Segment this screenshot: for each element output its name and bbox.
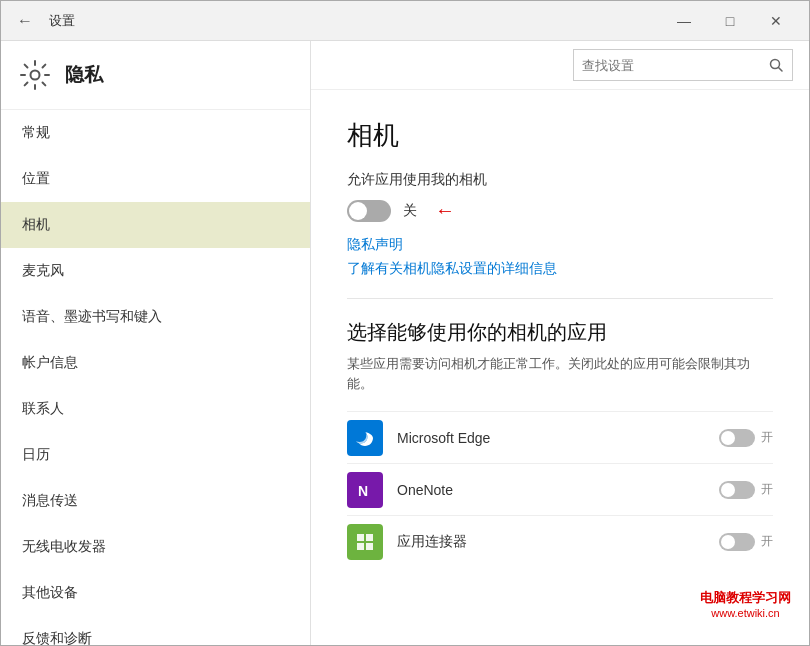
svg-rect-5	[366, 534, 373, 541]
sidebar-item-feedback[interactable]: 反馈和诊断	[1, 616, 310, 646]
edge-app-icon	[347, 420, 383, 456]
sidebar-item-microphone[interactable]: 麦克风	[1, 248, 310, 294]
connector-toggle-area: 开	[719, 533, 773, 551]
sidebar-item-location[interactable]: 位置	[1, 156, 310, 202]
sidebar-item-messaging[interactable]: 消息传送	[1, 478, 310, 524]
watermark-line2: www.etwiki.cn	[700, 607, 791, 619]
title-bar-title: 设置	[49, 12, 75, 30]
edge-app-name: Microsoft Edge	[397, 430, 705, 446]
onenote-toggle-label: 开	[761, 481, 773, 498]
connector-toggle[interactable]	[719, 533, 755, 551]
onenote-toggle-area: 开	[719, 481, 773, 499]
sidebar-nav: 常规 位置 相机 麦克风 语音、墨迹书写和键入 帐户信息 联系人 日历 消息传送…	[1, 110, 310, 646]
content-scroll: 相机 允许应用使用我的相机 关 ← 隐私声明 了解有关相机隐私设置的详细信息 选…	[311, 90, 809, 646]
onenote-toggle[interactable]	[719, 481, 755, 499]
content-topbar	[311, 41, 809, 90]
title-bar-controls: — □ ✕	[661, 1, 799, 41]
watermark: 电脑教程学习网 www.etwiki.cn	[700, 589, 791, 619]
sidebar: 隐私 常规 位置 相机 麦克风 语音、墨迹书写和键入 帐户信息 联系人 日历 消…	[1, 41, 311, 646]
svg-text:N: N	[358, 483, 368, 499]
app-row-onenote: N OneNote 开	[347, 463, 773, 515]
sidebar-header: 隐私	[1, 41, 310, 110]
svg-rect-7	[366, 543, 373, 550]
apps-section-title: 选择能够使用你的相机的应用	[347, 319, 773, 346]
onenote-app-icon: N	[347, 472, 383, 508]
apps-section-desc: 某些应用需要访问相机才能正常工作。关闭此处的应用可能会限制其功能。	[347, 354, 773, 393]
arrow-indicator: ←	[435, 199, 455, 222]
more-info-link[interactable]: 了解有关相机隐私设置的详细信息	[347, 260, 773, 278]
search-box[interactable]	[573, 49, 793, 81]
search-input[interactable]	[574, 58, 760, 73]
edge-toggle[interactable]	[719, 429, 755, 447]
svg-point-0	[31, 71, 40, 80]
title-bar-left: ← 设置	[11, 7, 661, 35]
svg-rect-4	[357, 534, 364, 541]
gear-icon	[19, 59, 51, 91]
watermark-line1: 电脑教程学习网	[700, 589, 791, 607]
edge-toggle-label: 开	[761, 429, 773, 446]
onenote-app-name: OneNote	[397, 482, 705, 498]
sidebar-item-radio[interactable]: 无线电收发器	[1, 524, 310, 570]
camera-toggle-row: 关 ←	[347, 199, 773, 222]
app-row-edge: Microsoft Edge 开	[347, 411, 773, 463]
sidebar-item-camera[interactable]: 相机	[1, 202, 310, 248]
edge-toggle-area: 开	[719, 429, 773, 447]
close-button[interactable]: ✕	[753, 1, 799, 41]
camera-toggle-label: 关	[403, 202, 417, 220]
section-title: 相机	[347, 118, 773, 153]
divider	[347, 298, 773, 299]
svg-line-2	[779, 68, 783, 72]
connector-toggle-label: 开	[761, 533, 773, 550]
sidebar-item-general[interactable]: 常规	[1, 110, 310, 156]
back-button[interactable]: ←	[11, 7, 39, 35]
camera-toggle[interactable]	[347, 200, 391, 222]
allow-camera-label: 允许应用使用我的相机	[347, 171, 773, 189]
sidebar-title: 隐私	[65, 62, 103, 88]
sidebar-item-contacts[interactable]: 联系人	[1, 386, 310, 432]
app-row-connector: 应用连接器 开	[347, 515, 773, 567]
connector-app-icon	[347, 524, 383, 560]
maximize-button[interactable]: □	[707, 1, 753, 41]
sidebar-item-other[interactable]: 其他设备	[1, 570, 310, 616]
svg-rect-6	[357, 543, 364, 550]
title-bar: ← 设置 — □ ✕	[1, 1, 809, 41]
main-container: 隐私 常规 位置 相机 麦克风 语音、墨迹书写和键入 帐户信息 联系人 日历 消…	[1, 41, 809, 646]
privacy-statement-link[interactable]: 隐私声明	[347, 236, 773, 254]
search-icon	[760, 49, 792, 81]
minimize-button[interactable]: —	[661, 1, 707, 41]
sidebar-item-calendar[interactable]: 日历	[1, 432, 310, 478]
sidebar-item-speech[interactable]: 语音、墨迹书写和键入	[1, 294, 310, 340]
content-area: 相机 允许应用使用我的相机 关 ← 隐私声明 了解有关相机隐私设置的详细信息 选…	[311, 41, 809, 646]
connector-app-name: 应用连接器	[397, 533, 705, 551]
sidebar-item-account[interactable]: 帐户信息	[1, 340, 310, 386]
